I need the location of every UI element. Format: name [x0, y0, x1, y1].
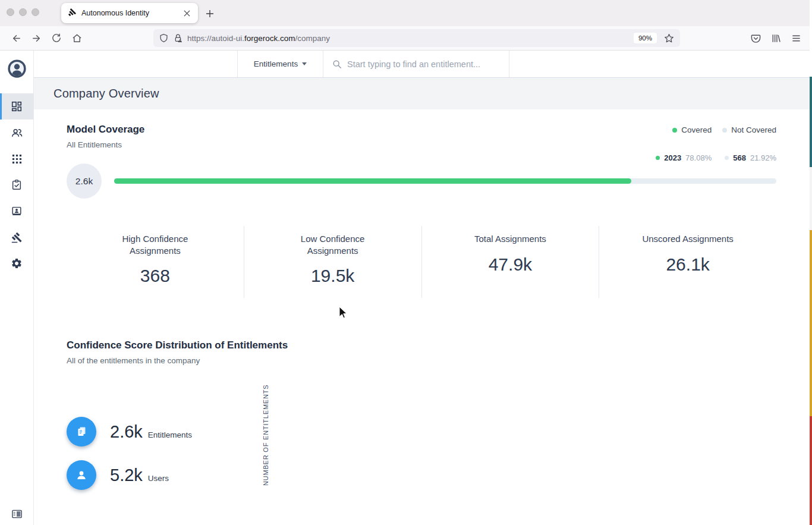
sidebar-item-applications[interactable]: [0, 146, 33, 172]
users-person-icon: [67, 460, 96, 490]
chevron-down-icon: [302, 62, 307, 65]
new-tab-button[interactable]: [203, 7, 217, 21]
users-count: 5.2k: [110, 466, 143, 485]
app-shell: Entitlements Company Overview: [0, 51, 812, 525]
stat-value: 47.9k: [422, 254, 599, 275]
users-summary-row: 5.2k Users: [67, 460, 776, 490]
url-text: https://autoid-ui.forgerock.com/company: [187, 34, 634, 43]
back-icon[interactable]: [6, 29, 26, 47]
browser-toolbar: https://autoid-ui.forgerock.com/company …: [0, 26, 812, 51]
not-covered-value-group: 568 21.92%: [725, 153, 776, 162]
url-domain: forgerock.com: [244, 34, 295, 43]
gavel-icon: [11, 232, 23, 243]
coverage-legend: Covered Not Covered: [672, 124, 776, 134]
distribution-summary: 2.6k Entitlements 5.2k Users: [67, 417, 776, 490]
close-window-button[interactable]: [7, 8, 14, 16]
coverage-bar-covered: [114, 178, 631, 184]
maximize-window-button[interactable]: [32, 8, 39, 16]
sidebar-item-users[interactable]: [0, 120, 33, 146]
clipboard-check-icon: [11, 179, 23, 191]
menu-hamburger-icon[interactable]: [786, 29, 806, 47]
total-entitlements-badge: 2.6k: [67, 164, 102, 199]
legend-not-covered: Not Covered: [722, 125, 776, 134]
coverage-bar-track: [114, 178, 776, 184]
background-window-sliver: [810, 0, 812, 525]
entitlements-label: Entitlements: [148, 430, 192, 439]
stat-total-assignments: Total Assignments 47.9k: [421, 226, 599, 298]
tracking-shield-icon[interactable]: [159, 33, 168, 43]
stat-label: Unscored Assignments: [634, 233, 741, 245]
stat-label: High Confidence Assignments: [102, 233, 209, 256]
y-axis-label: NUMBER OF ENTITLEMENTS: [262, 389, 269, 486]
url-prefix: https://autoid-ui.: [187, 34, 244, 43]
tab-close-icon[interactable]: [181, 7, 193, 19]
stat-value: 26.1k: [599, 254, 776, 275]
forward-icon[interactable]: [26, 29, 46, 47]
covered-dot-icon: [672, 128, 677, 133]
sidebar: [0, 51, 34, 525]
avatar[interactable]: [7, 59, 27, 78]
stat-value: 19.5k: [244, 266, 421, 286]
zoom-level-badge[interactable]: 90%: [634, 33, 657, 43]
id-badge-icon: [11, 205, 23, 217]
stat-value: 368: [67, 266, 244, 286]
sidebar-item-rules[interactable]: [0, 224, 33, 250]
page-title: Company Overview: [53, 87, 159, 100]
sidebar-item-settings[interactable]: [0, 250, 33, 276]
covered-count: 2023: [664, 153, 681, 162]
filter-label: Entitlements: [254, 59, 298, 68]
page-content: Model Coverage All Entitlements Covered …: [34, 109, 812, 490]
entitlements-count: 2.6k: [110, 422, 143, 442]
entitlement-search[interactable]: [323, 51, 509, 77]
pocket-icon[interactable]: [745, 29, 766, 47]
not-covered-dot-icon: [722, 128, 727, 133]
users-label: Users: [148, 474, 169, 483]
model-coverage-section: Model Coverage All Entitlements Covered …: [67, 124, 776, 298]
people-icon: [11, 127, 23, 139]
url-path: /company: [295, 34, 331, 43]
dashboard-icon: [11, 100, 23, 112]
entity-filter-dropdown[interactable]: Entitlements: [237, 51, 323, 77]
page-header: Company Overview: [34, 78, 812, 109]
stat-low-confidence: Low Confidence Assignments 19.5k: [244, 226, 421, 298]
entitlements-doc-icon: [67, 417, 96, 447]
browser-window: Autonomous Identity: [0, 0, 812, 525]
search-icon: [332, 59, 342, 69]
distribution-subtitle: All of the entitlements in the company: [67, 356, 776, 365]
sidebar-item-dashboard[interactable]: [0, 93, 33, 120]
sidebar-nav: [0, 93, 33, 276]
covered-dot-icon: [656, 156, 660, 160]
minimize-window-button[interactable]: [19, 8, 27, 16]
model-coverage-title: Model Coverage: [67, 124, 144, 136]
covered-value-group: 2023 78.08%: [656, 153, 712, 162]
confidence-distribution-section: Confidence Score Distribution of Entitle…: [67, 339, 776, 490]
bookmark-star-icon[interactable]: [664, 33, 674, 43]
model-coverage-subtitle: All Entitlements: [67, 140, 144, 149]
sidebar-item-identities[interactable]: [0, 198, 33, 224]
lock-warning-icon[interactable]: [174, 33, 182, 43]
home-icon[interactable]: [67, 29, 87, 47]
sidebar-item-tasks[interactable]: [0, 172, 33, 198]
collapse-sidebar-icon[interactable]: [0, 509, 33, 519]
not-covered-percent: 21.92%: [750, 153, 776, 162]
entitlements-summary-row: 2.6k Entitlements: [67, 417, 776, 447]
not-covered-dot-icon: [725, 156, 729, 160]
browser-tab-bar: Autonomous Identity: [0, 0, 812, 26]
stat-label: Total Assignments: [457, 233, 564, 245]
distribution-title: Confidence Score Distribution of Entitle…: [67, 339, 776, 351]
legend-not-covered-label: Not Covered: [731, 125, 776, 134]
gear-icon: [11, 257, 23, 269]
legend-covered-label: Covered: [681, 125, 712, 134]
app-top-bar: Entitlements: [34, 51, 812, 78]
tab-title: Autonomous Identity: [81, 9, 181, 17]
reload-icon[interactable]: [46, 29, 67, 47]
library-icon[interactable]: [766, 29, 786, 47]
stat-unscored-assignments: Unscored Assignments 26.1k: [599, 226, 776, 298]
coverage-stats-row: High Confidence Assignments 368 Low Conf…: [67, 226, 776, 298]
covered-percent: 78.08%: [685, 153, 712, 162]
browser-tab[interactable]: Autonomous Identity: [61, 3, 198, 23]
toolbar-right-icons: [745, 29, 806, 47]
legend-covered: Covered: [672, 125, 712, 134]
search-input[interactable]: [347, 59, 509, 69]
url-bar[interactable]: https://autoid-ui.forgerock.com/company …: [153, 29, 680, 47]
